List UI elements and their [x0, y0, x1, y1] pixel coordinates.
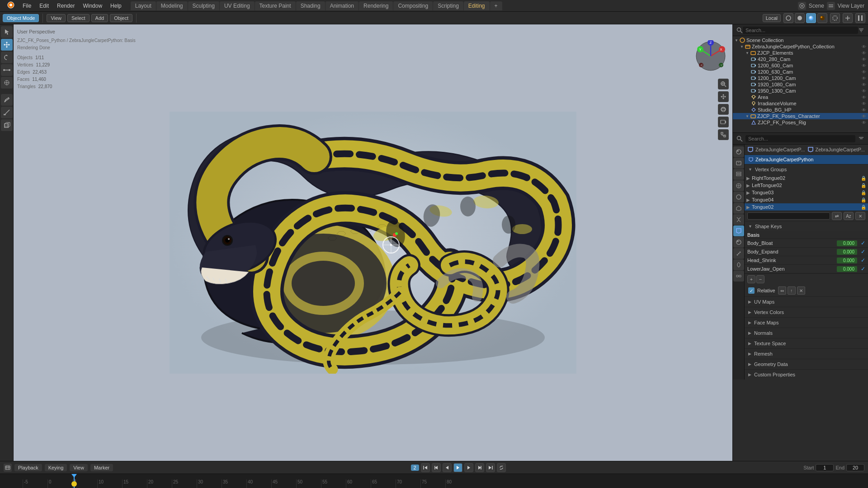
eye-visibility[interactable]: 👁	[862, 44, 866, 49]
vg-item[interactable]: ▶ RightTongue02 🔒	[745, 174, 868, 182]
outliner-item[interactable]: 1200_600_Cam 👁	[733, 62, 868, 69]
tab-render[interactable]	[733, 146, 744, 157]
next-frame-btn[interactable]	[464, 463, 473, 472]
eye-visibility[interactable]: 👁	[862, 70, 866, 75]
jump-start-btn[interactable]	[421, 463, 430, 472]
loop-btn[interactable]	[497, 463, 506, 472]
outliner-item[interactable]: Area 👁	[733, 94, 868, 100]
zoom-icon[interactable]	[718, 79, 729, 89]
tab-scene[interactable]	[733, 180, 744, 191]
outliner-item-selected[interactable]: ▼ ZJCP_FK_Poses_Character 👁	[733, 113, 868, 119]
eye-visibility[interactable]: 👁	[862, 51, 866, 56]
sk-eye-icon[interactable]: ✓	[861, 266, 865, 272]
sk-eye-icon[interactable]: ✓	[861, 257, 865, 263]
marker-tab[interactable]: Marker	[90, 464, 113, 471]
tab-layout[interactable]: Layout	[131, 1, 156, 10]
transform-tool[interactable]	[1, 77, 13, 89]
viewport-shading-solid[interactable]	[795, 13, 805, 23]
tab-uv-editing[interactable]: UV Editing	[220, 1, 255, 10]
move-tool[interactable]	[1, 39, 13, 51]
next-keyframe-btn[interactable]	[475, 463, 484, 472]
outliner-item[interactable]: 1920_1080_Cam 👁	[733, 81, 868, 88]
cursor-tool[interactable]	[1, 26, 13, 38]
pan-icon[interactable]	[718, 91, 729, 102]
measure-tool[interactable]	[1, 107, 13, 118]
tab-physics[interactable]	[733, 259, 744, 270]
outliner-item[interactable]: 1950_1300_Cam 👁	[733, 88, 868, 94]
sk-add-btn[interactable]: +	[747, 275, 755, 283]
outliner-scene-collection[interactable]: ▼ Scene Collection	[733, 37, 868, 43]
pause-button[interactable]	[855, 13, 865, 23]
eye-visibility[interactable]: 👁	[862, 120, 866, 125]
shape-key-item[interactable]: LowerJaw_Open 0.000 ✓	[745, 265, 868, 273]
eye-visibility[interactable]: 👁	[862, 89, 866, 94]
geometry-data-header[interactable]: ▶ Geometry Data	[745, 359, 868, 369]
outliner-search-input[interactable]	[743, 27, 858, 34]
vg-az-btn[interactable]: Az	[844, 212, 854, 220]
object-mode-dropdown[interactable]: Object Mode	[3, 14, 39, 22]
outliner-item[interactable]: ▼ ZJCP_Elements 👁	[733, 50, 868, 56]
tab-sculpting[interactable]: Sculpting	[188, 1, 219, 10]
view-menu-btn[interactable]: View	[47, 14, 66, 22]
vg-item[interactable]: ▶ Tongue03 🔒	[745, 189, 868, 196]
start-frame-input[interactable]	[816, 464, 834, 471]
tab-particles[interactable]	[733, 248, 744, 259]
viewport[interactable]: User Perspective ZJC_FK_Poses_Python / Z…	[14, 24, 732, 461]
viewport-shading-material[interactable]	[806, 13, 816, 23]
sk-eye-icon[interactable]: ✓	[861, 249, 865, 255]
vg-sort-btn[interactable]: ⇄	[832, 212, 842, 220]
sk-eye-icon[interactable]: ✓	[861, 240, 865, 246]
rel-up-btn[interactable]: ↑	[788, 286, 796, 295]
frame-all-icon[interactable]	[718, 129, 729, 140]
orbit-icon[interactable]	[718, 104, 729, 115]
eye-visibility[interactable]: 👁	[862, 57, 866, 62]
select-menu-btn[interactable]: Select	[67, 14, 90, 22]
eye-visibility[interactable]: 👁	[862, 108, 866, 113]
normals-header[interactable]: ▶ Normals	[745, 328, 868, 338]
rel-down-btn[interactable]: ✕	[797, 286, 805, 295]
keying-tab[interactable]: Keying	[45, 464, 67, 471]
outliner-item[interactable]: ▼ ZebraJungleCarpetPython_Collection 👁	[733, 43, 868, 50]
eye-visibility[interactable]: 👁	[862, 114, 866, 119]
tab-shading[interactable]: Shading	[296, 1, 325, 10]
rotate-tool[interactable]	[1, 52, 13, 63]
tab-object[interactable]	[733, 203, 744, 214]
tab-texture-paint[interactable]: Texture Paint	[255, 1, 296, 10]
vg-remove-btn[interactable]: ✕	[855, 212, 865, 220]
outliner-item[interactable]: 420_280_Cam 👁	[733, 56, 868, 62]
vg-weight-input[interactable]	[747, 212, 830, 220]
prev-frame-btn[interactable]	[443, 463, 452, 472]
filter-icon[interactable]	[858, 27, 864, 33]
object-menu-btn[interactable]: Object	[110, 14, 132, 22]
blender-menu[interactable]	[4, 0, 18, 11]
tab-constraints[interactable]	[733, 271, 744, 282]
vg-item[interactable]: ▶ Tongue04 🔒	[745, 196, 868, 203]
play-btn[interactable]	[453, 463, 462, 472]
eye-visibility[interactable]: 👁	[862, 82, 866, 87]
navigation-gizmo[interactable]: X Y Z -X -Y	[693, 38, 729, 74]
scale-tool[interactable]	[1, 64, 13, 76]
face-maps-header[interactable]: ▶ Face Maps	[745, 318, 868, 328]
remesh-header[interactable]: ▶ Remesh	[745, 349, 868, 359]
sk-remove-btn[interactable]: −	[756, 275, 764, 283]
tab-editing[interactable]: Editing	[464, 1, 490, 10]
camera-view-icon[interactable]	[718, 117, 729, 127]
local-view-toggle[interactable]: Local	[763, 14, 781, 22]
viewport-shading-wire[interactable]	[783, 13, 793, 23]
texture-space-header[interactable]: ▶ Texture Space	[745, 338, 868, 348]
outliner-item[interactable]: ZJCP_FK_Poses_Rig 👁	[733, 119, 868, 126]
tab-add[interactable]: +	[490, 1, 502, 10]
outliner-item[interactable]: IrradianceVolume 👁	[733, 100, 868, 107]
tab-modeling[interactable]: Modeling	[156, 1, 188, 10]
annotate-tool[interactable]	[1, 94, 13, 106]
eye-visibility[interactable]: 👁	[862, 101, 866, 106]
tab-scripting[interactable]: Scripting	[433, 1, 463, 10]
help-menu[interactable]: Help	[107, 2, 125, 10]
vertex-groups-header[interactable]: ▼ Vertex Groups	[745, 164, 868, 174]
relative-checkbox[interactable]: ✓	[748, 287, 755, 294]
eye-visibility[interactable]: 👁	[862, 63, 866, 68]
tab-modifiers[interactable]	[733, 214, 744, 225]
shape-keys-header[interactable]: ▼ Shape Keys	[745, 221, 868, 231]
tab-view-layer[interactable]	[733, 169, 744, 180]
jump-end-btn[interactable]	[486, 463, 495, 472]
